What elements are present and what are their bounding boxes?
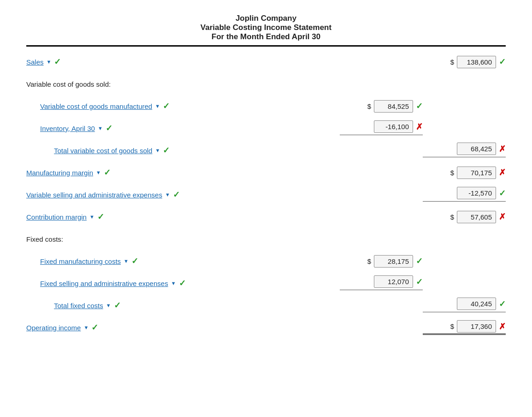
sales-dropdown[interactable]: Sales <box>26 58 44 66</box>
fixed-mfg-chevron[interactable]: ▼ <box>124 258 129 264</box>
fixed-mfg-label-col: Fixed manufacturing costs ▼ ✓ <box>26 256 340 266</box>
vcogs-header-row: Variable cost of goods sold: <box>26 75 506 93</box>
vcogs-mfg-dollar: $ <box>367 102 371 110</box>
sales-dollar: $ <box>450 58 454 66</box>
total-vcogs-right: 68,425 ✗ <box>423 143 506 157</box>
period: For the Month Ended April 30 <box>26 32 506 42</box>
vcogs-mfg-chevron[interactable]: ▼ <box>155 103 160 109</box>
vcogs-mfg-value[interactable]: 84,525 <box>374 100 413 113</box>
mfg-margin-dollar: $ <box>450 169 454 177</box>
fixed-mfg-dropdown[interactable]: Fixed manufacturing costs <box>40 257 121 265</box>
var-selling-label-col: Variable selling and administrative expe… <box>26 190 340 200</box>
vcogs-manufactured-row: Variable cost of goods manufactured ▼ ✓ … <box>26 97 506 115</box>
total-vcogs-chevron[interactable]: ▼ <box>155 148 160 153</box>
fixed-mfg-mid: $ 28,175 ✓ <box>340 255 423 268</box>
contribution-right: $ 57,605 ✗ <box>423 211 506 223</box>
total-fixed-value[interactable]: 40,245 <box>457 298 496 310</box>
fixed-selling-row: Fixed selling and administrative expense… <box>26 274 506 292</box>
sales-label-col: Sales ▼ ✓ <box>26 57 340 67</box>
sales-right: $ 138,600 ✓ <box>423 56 506 68</box>
total-vcogs-row: Total variable cost of goods sold ▼ ✓ 68… <box>26 142 506 159</box>
mfg-margin-dropdown[interactable]: Manufacturing margin <box>26 169 93 177</box>
mfg-margin-cross: ✗ <box>499 167 506 178</box>
var-selling-right-check: ✓ <box>499 188 506 198</box>
sales-chevron[interactable]: ▼ <box>47 59 52 65</box>
operating-income-right: $ 17,360 ✗ <box>423 320 506 335</box>
inventory-chevron[interactable]: ▼ <box>98 125 103 131</box>
sales-row: Sales ▼ ✓ $ 138,600 ✓ <box>26 53 506 71</box>
total-fixed-row: Total fixed costs ▼ ✓ 40,245 ✓ <box>26 297 506 314</box>
contribution-dollar: $ <box>450 213 454 221</box>
fixed-selling-mid-check: ✓ <box>416 277 423 287</box>
inventory-row: Inventory, April 30 ▼ ✓ -16,100 ✗ <box>26 119 506 137</box>
vcogs-mfg-check: ✓ <box>163 101 170 111</box>
fixed-mfg-value[interactable]: 28,175 <box>374 255 413 268</box>
total-fixed-dropdown[interactable]: Total fixed costs <box>54 302 103 310</box>
mfg-margin-row: Manufacturing margin ▼ ✓ $ 70,175 ✗ <box>26 164 506 181</box>
total-fixed-check: ✓ <box>114 300 121 310</box>
mfg-margin-chevron[interactable]: ▼ <box>96 170 101 175</box>
total-vcogs-check: ✓ <box>163 145 170 155</box>
sales-check: ✓ <box>54 57 61 67</box>
vcogs-header-col: Variable cost of goods sold: <box>26 80 506 88</box>
fixed-costs-header-col: Fixed costs: <box>26 235 506 243</box>
inventory-dropdown[interactable]: Inventory, April 30 <box>40 125 95 132</box>
total-vcogs-cross: ✗ <box>499 144 506 154</box>
total-fixed-label-col: Total fixed costs ▼ ✓ <box>26 300 340 310</box>
mfg-margin-value[interactable]: 70,175 <box>457 167 496 179</box>
vcogs-mfg-mid-check: ✓ <box>416 101 423 111</box>
operating-income-check: ✓ <box>91 322 98 333</box>
fixed-costs-header-label: Fixed costs: <box>26 235 63 243</box>
contribution-cross: ✗ <box>499 212 506 222</box>
vcogs-mfg-mid: $ 84,525 ✓ <box>340 100 423 113</box>
fixed-mfg-check: ✓ <box>131 256 138 266</box>
operating-income-row: Operating income ▼ ✓ $ 17,360 ✗ <box>26 319 506 336</box>
total-fixed-chevron[interactable]: ▼ <box>106 303 111 308</box>
operating-income-value[interactable]: 17,360 <box>457 320 496 333</box>
var-selling-row: Variable selling and administrative expe… <box>26 186 506 203</box>
var-selling-chevron[interactable]: ▼ <box>165 192 170 197</box>
fixed-mfg-row: Fixed manufacturing costs ▼ ✓ $ 28,175 ✓ <box>26 252 506 270</box>
mfg-margin-right: $ 70,175 ✗ <box>423 167 506 179</box>
company-name: Joplin Company <box>26 14 506 23</box>
fixed-selling-chevron[interactable]: ▼ <box>171 280 176 286</box>
var-selling-check: ✓ <box>173 190 180 200</box>
contribution-value[interactable]: 57,605 <box>457 211 496 223</box>
mfg-margin-label-col: Manufacturing margin ▼ ✓ <box>26 167 340 178</box>
contribution-dropdown[interactable]: Contribution margin <box>26 213 87 221</box>
inventory-value[interactable]: -16,100 <box>374 120 413 133</box>
contribution-margin-row: Contribution margin ▼ ✓ $ 57,605 ✗ <box>26 208 506 226</box>
vcogs-mfg-dropdown[interactable]: Variable cost of goods manufactured <box>40 102 152 110</box>
total-vcogs-label-col: Total variable cost of goods sold ▼ ✓ <box>26 145 340 155</box>
fixed-selling-value[interactable]: 12,070 <box>374 275 413 288</box>
contribution-label-col: Contribution margin ▼ ✓ <box>26 212 340 222</box>
total-fixed-right-check: ✓ <box>499 299 506 309</box>
total-fixed-right: 40,245 ✓ <box>423 298 506 312</box>
total-vcogs-value[interactable]: 68,425 <box>457 143 496 155</box>
mfg-margin-check: ✓ <box>104 167 111 178</box>
var-selling-dropdown[interactable]: Variable selling and administrative expe… <box>26 191 162 199</box>
operating-income-chevron[interactable]: ▼ <box>83 325 89 330</box>
fixed-costs-header-row: Fixed costs: <box>26 230 506 248</box>
fixed-mfg-mid-check: ✓ <box>416 256 423 266</box>
fixed-selling-mid: 12,070 ✓ <box>340 275 423 290</box>
vcogs-header-label: Variable cost of goods sold: <box>26 80 111 88</box>
sales-value[interactable]: 138,600 <box>457 56 496 68</box>
vcogs-mfg-label-col: Variable cost of goods manufactured ▼ ✓ <box>26 101 340 111</box>
contribution-chevron[interactable]: ▼ <box>89 214 95 220</box>
fixed-selling-check: ✓ <box>179 278 186 288</box>
report-container: Joplin Company Variable Costing Income S… <box>12 9 520 346</box>
operating-income-label-col: Operating income ▼ ✓ <box>26 322 340 333</box>
inventory-label-col: Inventory, April 30 ▼ ✓ <box>26 123 340 133</box>
inventory-check: ✓ <box>106 123 112 133</box>
fixed-mfg-dollar: $ <box>367 257 371 265</box>
operating-income-dropdown[interactable]: Operating income <box>26 324 81 332</box>
fixed-selling-dropdown[interactable]: Fixed selling and administrative expense… <box>40 280 168 287</box>
inventory-mid: -16,100 ✗ <box>340 120 423 135</box>
top-border <box>26 45 506 47</box>
sales-right-check: ✓ <box>499 57 506 67</box>
statement-name: Variable Costing Income Statement <box>26 23 506 32</box>
total-vcogs-dropdown[interactable]: Total variable cost of goods sold <box>54 147 152 155</box>
var-selling-value[interactable]: -12,570 <box>457 187 496 199</box>
contribution-check: ✓ <box>97 212 104 222</box>
